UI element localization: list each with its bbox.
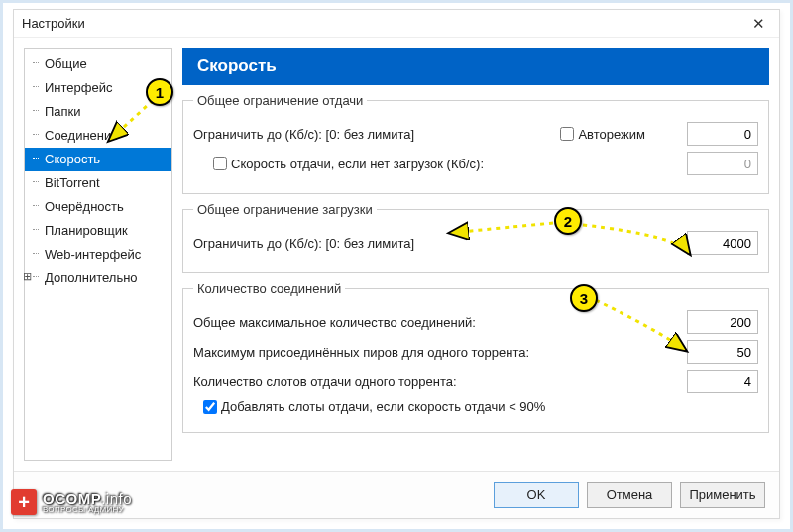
- tree-item-general[interactable]: Общие: [25, 53, 171, 76]
- tree-item-connection[interactable]: Соединение: [25, 124, 171, 148]
- upload-limit-input[interactable]: [687, 122, 758, 146]
- tree-item-advanced[interactable]: Дополнительно: [25, 266, 171, 290]
- titlebar: Настройки ✕: [14, 10, 779, 38]
- upload-limit-label: Ограничить до (Кб/с): [0: без лимита]: [193, 127, 414, 142]
- upload-group: Общее ограничение отдачи Ограничить до (…: [182, 93, 769, 194]
- max-conn-input[interactable]: [687, 310, 758, 334]
- settings-panel: Скорость Общее ограничение отдачи Ограни…: [182, 48, 769, 461]
- tree-item-webui[interactable]: Web-интерфейс: [25, 243, 171, 266]
- tree-item-bittorrent[interactable]: BitTorrent: [25, 171, 171, 195]
- alt-upload-input[interactable]: [213, 157, 227, 170]
- connections-group: Количество соединений Общее максимальное…: [182, 281, 769, 433]
- cancel-button[interactable]: Отмена: [587, 482, 672, 508]
- window-title: Настройки: [22, 16, 85, 31]
- annotation-marker-2: 2: [554, 207, 582, 235]
- addslots-checkbox[interactable]: Добавлять слоты отдачи, если скорость от…: [203, 399, 545, 414]
- tree-item-speed[interactable]: Скорость: [25, 148, 171, 171]
- download-group: Общее ограничение загрузки Ограничить до…: [182, 202, 769, 273]
- download-limit-label: Ограничить до (Кб/с): [0: без лимита]: [193, 236, 414, 251]
- slots-input[interactable]: [687, 370, 758, 393]
- auto-mode-input[interactable]: [560, 127, 574, 141]
- annotation-marker-3: 3: [570, 284, 598, 312]
- max-peers-input[interactable]: [687, 340, 758, 364]
- close-icon[interactable]: ✕: [743, 13, 773, 35]
- upload-legend: Общее ограничение отдачи: [193, 93, 367, 108]
- connections-legend: Количество соединений: [193, 281, 345, 296]
- tree-item-queue[interactable]: Очерёдность: [25, 195, 171, 219]
- watermark: + OCOMP.info ВОПРОСЫ АДМИНУ: [11, 489, 132, 515]
- ok-button[interactable]: OK: [494, 482, 579, 508]
- slots-label: Количество слотов отдачи одного торрента…: [193, 374, 457, 389]
- max-conn-label: Общее максимальное количество соединений…: [193, 315, 476, 330]
- apply-button[interactable]: Применить: [680, 482, 765, 508]
- addslots-input[interactable]: [203, 400, 217, 414]
- tree-item-scheduler[interactable]: Планировщик: [25, 219, 171, 243]
- annotation-marker-1: 1: [146, 78, 173, 106]
- category-tree[interactable]: Общие Интерфейс Папки Соединение Скорост…: [24, 48, 172, 461]
- watermark-icon: +: [11, 489, 37, 515]
- max-peers-label: Максимум присоединённых пиров для одного…: [193, 345, 529, 360]
- alt-upload-checkbox[interactable]: Скорость отдачи, если нет загрузок (Кб/с…: [213, 157, 484, 171]
- alt-upload-value[interactable]: [687, 152, 758, 175]
- download-limit-input[interactable]: [687, 231, 758, 255]
- download-legend: Общее ограничение загрузки: [193, 202, 377, 217]
- auto-mode-checkbox[interactable]: Авторежим: [560, 127, 645, 142]
- settings-window: Настройки ✕ Общие Интерфейс Папки Соедин…: [13, 9, 780, 519]
- panel-header: Скорость: [182, 48, 769, 85]
